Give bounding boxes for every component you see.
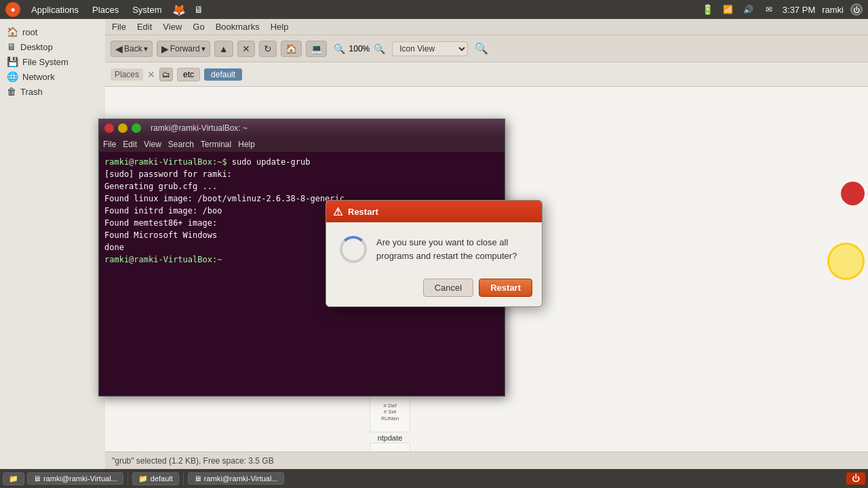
status-text: "grub" selected (1.2 KB), Free space: 3.… [112, 456, 274, 466]
back-button[interactable]: ◀ Back ▾ [111, 41, 153, 57]
back-dropdown-icon[interactable]: ▾ [144, 44, 148, 54]
network-icon: 📶 [722, 4, 735, 15]
sidebar-item-label-filesystem: File System [22, 57, 68, 67]
go-menu[interactable]: Go [190, 22, 207, 32]
taskbar-item-2[interactable]: 🖥 ramki@ramki-Virtual... [188, 472, 284, 485]
terminal-menu-view[interactable]: View [144, 140, 161, 149]
location-label-places[interactable]: Places [111, 68, 143, 81]
volume-icon: 🔊 [742, 4, 755, 15]
ubuntu-logo[interactable]: ● [5, 2, 20, 17]
forward-dropdown-icon[interactable]: ▾ [201, 44, 205, 54]
sidebar-item-trash[interactable]: 🗑 Trash [0, 84, 108, 99]
yellow-highlight [827, 243, 865, 280]
sidebar-item-label-network: Network [22, 72, 55, 82]
taskbar-item-2-label: ramki@ramki-Virtual... [204, 474, 278, 483]
sidebar-item-label-trash: Trash [20, 87, 43, 97]
terminal-menu-search[interactable]: Search [168, 140, 194, 149]
restart-dialog-body: Are you sure you want to close all progr… [326, 222, 542, 273]
term-line-2: Generating grub.cfg ... [104, 180, 499, 192]
terminal-titlebar: ramki@ramki-VirtualBox: ~ [99, 119, 505, 137]
restart-dialog: ⚠ Restart Are you sure you want to close… [326, 200, 542, 307]
restart-title-icon: ⚠ [333, 205, 342, 218]
location-current[interactable]: default [204, 68, 242, 81]
apps-menu[interactable]: Applications [28, 5, 81, 15]
system-menu[interactable]: System [130, 5, 164, 15]
file-icon-img-ntpdate: # Def# SetRUNen [370, 392, 410, 432]
computer-icon: 💻 [311, 43, 322, 54]
search-button[interactable]: 🔍 [475, 42, 488, 55]
mail-icon: ✉ [762, 4, 776, 15]
taskbar-item-2-icon: 🖥 [194, 474, 201, 483]
terminal-minimize-button[interactable] [118, 123, 127, 133]
sidebar-item-desktop[interactable]: 🖥 Desktop [0, 39, 108, 54]
up-icon: ▲ [219, 43, 229, 54]
zoom-in-icon[interactable]: 🔍 [371, 42, 388, 56]
view-menu[interactable]: View [160, 22, 184, 32]
power-button[interactable]: ⏻ [850, 3, 863, 16]
restart-spinner [340, 236, 367, 263]
refresh-icon: ↻ [264, 43, 272, 54]
location-icon-button[interactable]: 🗂 [159, 68, 173, 81]
terminal-menubar: File Edit View Search Terminal Help [99, 137, 505, 152]
filesystem-icon: 💾 [7, 56, 18, 67]
taskbar-end-button[interactable]: ⏻ [846, 472, 865, 485]
terminal-icon-sys[interactable]: 🖥 [194, 4, 203, 15]
edit-menu[interactable]: Edit [134, 22, 155, 32]
sidebar-item-network[interactable]: 🌐 Network [0, 69, 108, 84]
terminal-menu-file[interactable]: File [103, 140, 116, 149]
restart-title-text: Restart [348, 207, 378, 217]
clock: 3:37 PM [783, 5, 815, 15]
cancel-button[interactable]: Cancel [423, 279, 473, 297]
trash-icon: 🗑 [7, 86, 16, 97]
zoom-area: 🔍 100% 🔍 [331, 42, 389, 56]
location-close-button[interactable]: ✕ [147, 69, 155, 80]
terminal-menu-help[interactable]: Help [238, 140, 255, 149]
zoom-out-icon[interactable]: 🔍 [331, 42, 348, 56]
stop-button[interactable]: ✕ [237, 41, 255, 57]
terminal-menu-edit[interactable]: Edit [123, 140, 137, 149]
taskbar-files-icon-sym: 📁 [9, 474, 18, 483]
sidebar-item-filesystem[interactable]: 💾 File System [0, 54, 108, 69]
system-bar-left: ● Applications Places System 🦊 🖥 [5, 2, 203, 17]
up-button[interactable]: ▲ [214, 41, 233, 57]
taskbar: 📁 🖥 ramki@ramki-Virtual... 📁 default 🖥 r… [0, 469, 868, 488]
computer-button[interactable]: 💻 [306, 41, 327, 57]
taskbar-item-1[interactable]: 📁 default [132, 472, 179, 485]
sidebar: 🏠 root 🖥 Desktop 💾 File System 🌐 Network… [0, 19, 108, 469]
terminal-title: ramki@ramki-VirtualBox: ~ [151, 123, 248, 133]
terminal-menu-terminal[interactable]: Terminal [201, 140, 231, 149]
firefox-icon[interactable]: 🦊 [172, 3, 186, 16]
taskbar-files-icon[interactable]: 📁 [3, 472, 24, 485]
system-bar: ● Applications Places System 🦊 🖥 🔋 📶 🔊 ✉… [0, 0, 868, 19]
home-button[interactable]: 🏠 [281, 41, 302, 57]
back-icon: ◀ [115, 43, 123, 54]
restart-message: Are you sure you want to close all progr… [376, 236, 528, 262]
battery-icon: 🔋 [701, 4, 715, 15]
taskbar-item-0[interactable]: 🖥 ramki@ramki-Virtual... [27, 472, 123, 485]
sidebar-item-root[interactable]: 🏠 root [0, 24, 108, 39]
forward-button[interactable]: ▶ Forward ▾ [157, 41, 210, 57]
terminal-close-button[interactable] [104, 123, 114, 133]
network-sidebar-icon: 🌐 [7, 71, 18, 82]
stop-icon: ✕ [242, 43, 250, 54]
location-bar: Places ✕ 🗂 etc default [105, 62, 868, 87]
menu-bar: File Edit View Go Bookmarks Help [105, 19, 868, 35]
user-label: ramki [822, 5, 844, 15]
places-menu[interactable]: Places [90, 5, 121, 15]
taskbar-sep-1 [183, 472, 184, 485]
file-icon-ntpdate[interactable]: # Def# SetRUNen ntpdate [363, 392, 417, 442]
restart-button[interactable]: Restart [479, 279, 532, 297]
refresh-button[interactable]: ↻ [259, 41, 277, 57]
sidebar-item-label-desktop: Desktop [20, 42, 53, 52]
nav-bar: ◀ Back ▾ ▶ Forward ▾ ▲ ✕ ↻ 🏠 💻 🔍 100% 🔍 [105, 35, 868, 62]
sidebar-item-label-root: root [22, 27, 37, 37]
location-etc-button[interactable]: etc [177, 68, 200, 81]
file-icon-label-ntpdate: ntpdate [378, 434, 403, 442]
file-menu[interactable]: File [109, 22, 129, 32]
terminal-maximize-button[interactable] [132, 123, 141, 133]
bookmarks-menu[interactable]: Bookmarks [213, 22, 262, 32]
restart-dialog-buttons: Cancel Restart [326, 273, 542, 306]
term-line-0: ramki@ramki-VirtualBox:~$ sudo update-gr… [104, 156, 499, 168]
view-selector[interactable]: Icon View List View Compact View [392, 41, 468, 56]
help-menu[interactable]: Help [268, 22, 292, 32]
